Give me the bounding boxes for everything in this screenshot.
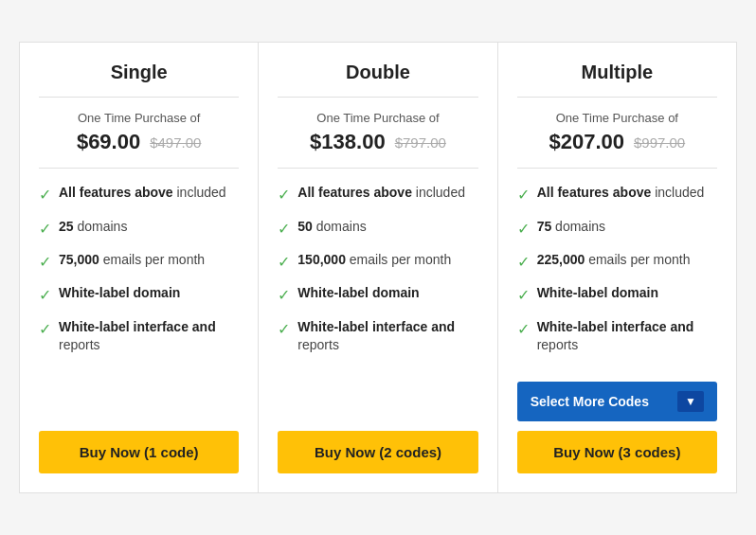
feature-item-double-1: ✓50 domains bbox=[278, 218, 477, 240]
card-title-double: Double bbox=[278, 62, 477, 98]
check-icon: ✓ bbox=[39, 219, 51, 240]
feature-text-double-4: White-label interface and reports bbox=[297, 318, 477, 355]
features-list-single: ✓All features above included✓25 domains✓… bbox=[39, 184, 239, 416]
feature-text-single-1: 25 domains bbox=[59, 218, 127, 237]
price-section-double: One Time Purchase of$138.00$797.00 bbox=[278, 111, 477, 169]
check-icon: ✓ bbox=[278, 285, 290, 306]
features-list-multiple: ✓All features above included✓75 domains✓… bbox=[517, 184, 717, 366]
check-icon: ✓ bbox=[39, 319, 51, 340]
feature-item-single-3: ✓White-label domain bbox=[39, 284, 239, 306]
feature-item-multiple-1: ✓75 domains bbox=[517, 218, 717, 240]
feature-item-double-0: ✓All features above included bbox=[278, 184, 477, 205]
feature-text-multiple-4: White-label interface and reports bbox=[537, 318, 717, 355]
price-current-double: $138.00 bbox=[310, 130, 386, 154]
feature-item-multiple-2: ✓225,000 emails per month bbox=[517, 251, 717, 273]
feature-text-single-2: 75,000 emails per month bbox=[59, 251, 205, 270]
feature-item-double-2: ✓150,000 emails per month bbox=[278, 251, 477, 273]
feature-item-single-1: ✓25 domains bbox=[39, 218, 239, 240]
check-icon: ✓ bbox=[278, 185, 290, 205]
price-label-multiple: One Time Purchase of bbox=[517, 111, 717, 125]
dropdown-arrow-icon: ▼ bbox=[677, 391, 704, 412]
feature-item-single-0: ✓All features above included bbox=[39, 184, 239, 205]
price-row-multiple: $207.00$997.00 bbox=[517, 130, 717, 154]
feature-text-double-0: All features above included bbox=[297, 184, 465, 203]
price-original-double: $797.00 bbox=[395, 134, 446, 151]
feature-text-multiple-3: White-label domain bbox=[537, 284, 658, 303]
pricing-container: SingleOne Time Purchase of$69.00$497.00✓… bbox=[19, 42, 737, 493]
buy-button-single[interactable]: Buy Now (1 code) bbox=[39, 431, 239, 473]
price-original-multiple: $997.00 bbox=[634, 134, 685, 151]
card-title-single: Single bbox=[39, 62, 239, 98]
check-icon: ✓ bbox=[517, 252, 530, 273]
check-icon: ✓ bbox=[278, 219, 290, 240]
select-more-codes-label: Select More Codes bbox=[531, 394, 649, 409]
features-list-double: ✓All features above included✓50 domains✓… bbox=[278, 184, 477, 416]
pricing-card-double: DoubleOne Time Purchase of$138.00$797.00… bbox=[259, 43, 497, 492]
price-current-single: $69.00 bbox=[77, 130, 140, 154]
feature-text-multiple-2: 225,000 emails per month bbox=[537, 251, 691, 270]
feature-text-double-2: 150,000 emails per month bbox=[297, 251, 451, 270]
card-title-multiple: Multiple bbox=[517, 62, 717, 98]
check-icon: ✓ bbox=[517, 185, 530, 205]
feature-item-multiple-4: ✓White-label interface and reports bbox=[517, 318, 717, 355]
feature-item-double-3: ✓White-label domain bbox=[278, 284, 477, 306]
check-icon: ✓ bbox=[517, 285, 530, 306]
feature-text-double-3: White-label domain bbox=[297, 284, 419, 303]
feature-item-multiple-3: ✓White-label domain bbox=[517, 284, 717, 306]
buy-button-double[interactable]: Buy Now (2 codes) bbox=[278, 431, 477, 473]
price-section-multiple: One Time Purchase of$207.00$997.00 bbox=[517, 111, 717, 169]
check-icon: ✓ bbox=[278, 319, 290, 340]
feature-text-single-3: White-label domain bbox=[59, 284, 180, 303]
select-more-codes-dropdown[interactable]: Select More Codes▼ bbox=[517, 382, 717, 421]
feature-item-single-4: ✓White-label interface and reports bbox=[39, 318, 239, 355]
pricing-card-single: SingleOne Time Purchase of$69.00$497.00✓… bbox=[20, 43, 259, 492]
feature-text-multiple-1: 75 domains bbox=[537, 218, 605, 237]
price-original-single: $497.00 bbox=[150, 134, 201, 151]
price-label-double: One Time Purchase of bbox=[278, 111, 477, 125]
price-row-double: $138.00$797.00 bbox=[278, 130, 477, 154]
check-icon: ✓ bbox=[39, 285, 51, 306]
feature-text-single-4: White-label interface and reports bbox=[59, 318, 239, 355]
feature-item-single-2: ✓75,000 emails per month bbox=[39, 251, 239, 273]
feature-item-multiple-0: ✓All features above included bbox=[517, 184, 717, 205]
price-section-single: One Time Purchase of$69.00$497.00 bbox=[39, 111, 239, 169]
price-current-multiple: $207.00 bbox=[549, 130, 624, 154]
check-icon: ✓ bbox=[278, 252, 290, 273]
check-icon: ✓ bbox=[517, 219, 530, 240]
check-icon: ✓ bbox=[39, 252, 51, 273]
price-label-single: One Time Purchase of bbox=[39, 111, 239, 125]
price-row-single: $69.00$497.00 bbox=[39, 130, 239, 154]
check-icon: ✓ bbox=[39, 185, 51, 205]
feature-text-single-0: All features above included bbox=[59, 184, 226, 203]
feature-text-double-1: 50 domains bbox=[297, 218, 366, 237]
check-icon: ✓ bbox=[517, 319, 530, 340]
feature-text-multiple-0: All features above included bbox=[537, 184, 705, 203]
pricing-card-multiple: MultipleOne Time Purchase of$207.00$997.… bbox=[498, 43, 736, 492]
feature-item-double-4: ✓White-label interface and reports bbox=[278, 318, 477, 355]
buy-button-multiple[interactable]: Buy Now (3 codes) bbox=[517, 431, 717, 473]
